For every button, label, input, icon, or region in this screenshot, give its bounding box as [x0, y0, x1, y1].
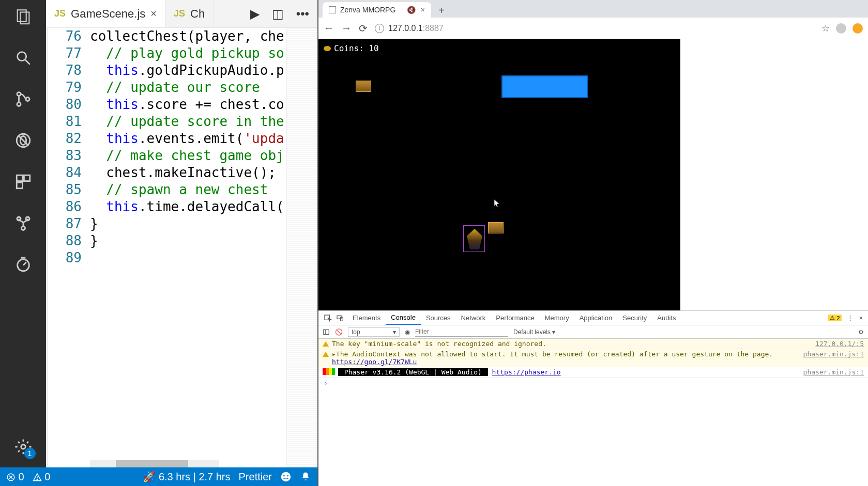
- console-source-link[interactable]: phaser.min.js:1: [803, 350, 864, 358]
- timer-icon[interactable]: [13, 254, 34, 275]
- close-tab-icon[interactable]: ×: [421, 6, 425, 14]
- editor-tab-gamescene[interactable]: JS GameScene.js ×: [46, 0, 165, 27]
- code-line[interactable]: this.time.delayedCall(: [90, 198, 317, 215]
- console-context-selector[interactable]: top▾: [348, 327, 400, 337]
- line-number: 82: [48, 130, 82, 147]
- forward-icon[interactable]: →: [341, 22, 352, 35]
- debug-icon[interactable]: [13, 130, 34, 151]
- devtools-tab-elements[interactable]: Elements: [347, 311, 386, 325]
- more-icon[interactable]: •••: [296, 7, 309, 21]
- editor-tab-ch[interactable]: JS Ch: [165, 0, 214, 27]
- devtools-tab-security[interactable]: Security: [617, 311, 652, 325]
- browser-pane: Zenva MMORPG 🔇 × + ← → ⟳ i 127.0.0.1:888…: [317, 0, 868, 486]
- search-icon[interactable]: [13, 48, 34, 68]
- run-icon[interactable]: ▶: [250, 7, 260, 21]
- bookmark-star-icon[interactable]: ☆: [821, 23, 830, 34]
- console-live-expr-icon[interactable]: ◉: [405, 328, 410, 336]
- extensions-icon[interactable]: [13, 171, 34, 192]
- js-file-icon: JS: [54, 8, 66, 19]
- devtools-warning-badge[interactable]: ⚠2: [828, 315, 842, 321]
- back-icon[interactable]: ←: [324, 22, 334, 35]
- url-text: 127.0.0.1:8887: [388, 24, 444, 33]
- console-levels-selector[interactable]: Default levels ▾: [513, 328, 555, 336]
- close-icon[interactable]: ×: [150, 8, 157, 20]
- devtools-menu-icon[interactable]: ⋮: [847, 314, 854, 322]
- svg-rect-12: [17, 182, 22, 188]
- js-file-icon: JS: [174, 8, 185, 19]
- game-canvas[interactable]: Coins: 10: [318, 39, 680, 310]
- code-lines[interactable]: collectChest(player, che // play gold pi…: [90, 28, 317, 467]
- console-source-link[interactable]: 127.0.0.1/:5: [815, 340, 864, 348]
- browser-tab-zenva[interactable]: Zenva MMORPG 🔇 ×: [323, 2, 431, 18]
- console-sidebar-toggle-icon[interactable]: [323, 328, 330, 336]
- code-editor[interactable]: 7677787980818283848586878889 collectChes…: [46, 28, 317, 467]
- devtools-tab-performance[interactable]: Performance: [491, 311, 539, 325]
- mouse-cursor-icon: [494, 199, 499, 207]
- new-tab-button[interactable]: +: [434, 3, 449, 18]
- console-filter-input[interactable]: [415, 327, 508, 337]
- devtools-tab-console[interactable]: Console: [386, 311, 421, 325]
- console-prompt[interactable]: ›: [318, 378, 868, 388]
- console-source-link[interactable]: phaser.min.js:1: [803, 368, 864, 376]
- settings-gear-icon[interactable]: 1: [13, 436, 34, 457]
- site-info-icon[interactable]: i: [375, 24, 384, 33]
- git-tree-icon[interactable]: [13, 213, 34, 233]
- code-line[interactable]: this.score += chest.co: [90, 96, 317, 113]
- line-number: 76: [48, 28, 82, 45]
- console-output[interactable]: The key "minium-scale" is not recognized…: [318, 339, 868, 486]
- status-formatter[interactable]: Prettier: [239, 471, 272, 483]
- devtools-tab-audits[interactable]: Audits: [652, 311, 681, 325]
- devtools-tab-network[interactable]: Network: [456, 311, 491, 325]
- inspect-element-icon[interactable]: [324, 314, 332, 322]
- minimap[interactable]: [286, 28, 317, 467]
- profile-avatar-icon[interactable]: [836, 23, 846, 34]
- device-toggle-icon[interactable]: [336, 314, 344, 322]
- scrollbar-thumb[interactable]: [116, 460, 188, 467]
- console-link[interactable]: https://goo.gl/7K7WLu: [332, 358, 417, 366]
- phaser-color-bars: [323, 368, 335, 375]
- status-errors[interactable]: 0: [6, 471, 24, 483]
- line-number: 85: [48, 181, 82, 198]
- console-line: Phaser v3.16.2 (WebGL | Web Audio) https…: [318, 367, 868, 378]
- code-line[interactable]: }: [90, 232, 317, 249]
- explorer-icon[interactable]: [13, 6, 34, 27]
- status-time[interactable]: 🚀 6.3 hrs | 2.7 hrs: [143, 471, 230, 483]
- line-number: 89: [48, 249, 82, 266]
- status-feedback-icon[interactable]: [280, 471, 292, 482]
- console-toolbar: 🚫 top▾ ◉ Default levels ▾ ⚙: [318, 325, 868, 339]
- code-line[interactable]: chest.makeInactive();: [90, 164, 317, 181]
- source-control-icon[interactable]: [13, 89, 34, 109]
- clear-console-icon[interactable]: 🚫: [335, 328, 343, 336]
- console-settings-icon[interactable]: ⚙: [858, 328, 864, 336]
- devtools-close-icon[interactable]: ×: [859, 314, 863, 322]
- devtools-tab-memory[interactable]: Memory: [540, 311, 574, 325]
- code-line[interactable]: this.events.emit('upda: [90, 130, 317, 147]
- reload-icon[interactable]: ⟳: [359, 22, 368, 35]
- game-player: [463, 225, 485, 252]
- game-chest: [488, 222, 504, 233]
- console-link[interactable]: https://phaser.io: [492, 368, 561, 376]
- code-line[interactable]: [90, 249, 317, 266]
- vscode-top: 1 JS GameScene.js × JS Ch ▶ ◫ •••: [0, 0, 317, 467]
- devtools-tab-sources[interactable]: Sources: [421, 311, 456, 325]
- svg-rect-11: [24, 175, 29, 181]
- code-line[interactable]: this.goldPickupAudio.p: [90, 62, 317, 79]
- line-number: 87: [48, 215, 82, 232]
- horizontal-scrollbar[interactable]: [90, 460, 219, 467]
- code-line[interactable]: // play gold pickup so: [90, 45, 317, 62]
- devtools-tab-application[interactable]: Application: [574, 311, 618, 325]
- code-line[interactable]: // update score in the: [90, 113, 317, 130]
- code-line[interactable]: }: [90, 215, 317, 232]
- line-number: 81: [48, 113, 82, 130]
- status-warnings[interactable]: 0: [33, 471, 51, 483]
- code-line[interactable]: collectChest(player, che: [90, 28, 317, 45]
- status-bell-icon[interactable]: [300, 471, 311, 482]
- address-bar[interactable]: i 127.0.0.1:8887: [375, 24, 814, 33]
- code-line[interactable]: // update our score: [90, 79, 317, 96]
- code-line[interactable]: // make chest game obj: [90, 147, 317, 164]
- code-line[interactable]: // spawn a new chest: [90, 181, 317, 198]
- console-message: ▸The AudioContext was not allowed to sta…: [332, 350, 800, 366]
- mute-icon[interactable]: 🔇: [407, 6, 416, 14]
- split-editor-icon[interactable]: ◫: [272, 7, 284, 21]
- profile-badge-icon[interactable]: [852, 23, 863, 34]
